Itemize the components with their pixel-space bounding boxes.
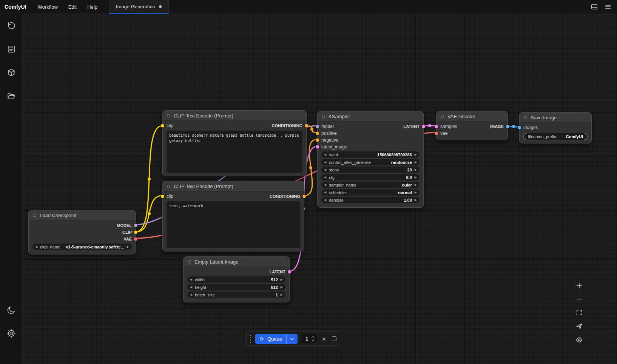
collapse-dot-icon[interactable] xyxy=(188,260,191,264)
menu-edit[interactable]: Edit xyxy=(63,0,82,14)
port-clip-input[interactable] xyxy=(161,195,164,198)
node-clip-text-encode-positive[interactable]: CLIP Text Encode (Prompt) clip CONDITION… xyxy=(162,110,307,176)
prev-arrow-icon[interactable]: ◀ xyxy=(324,161,326,164)
port-negative-input[interactable] xyxy=(316,139,319,142)
widget-width[interactable]: ◀ width 512 ▶ xyxy=(187,276,285,283)
settings-gear-icon[interactable] xyxy=(3,325,19,341)
workflows-folder-icon[interactable] xyxy=(3,88,19,104)
next-arrow-icon[interactable]: ▶ xyxy=(415,161,417,164)
next-arrow-icon[interactable]: ▶ xyxy=(281,278,283,281)
collapse-dot-icon[interactable] xyxy=(441,115,444,118)
node-header[interactable]: CLIP Text Encode (Prompt) xyxy=(163,111,306,121)
node-vae-decode[interactable]: VAE Decode samples IMAGE vae xyxy=(436,111,508,140)
port-positive-input[interactable] xyxy=(316,132,319,135)
widget-sampler-name[interactable]: ◀ sampler_name euler ▶ xyxy=(321,182,420,188)
prompt-textarea[interactable]: text, watermark xyxy=(167,201,300,248)
count-decrement-icon[interactable] xyxy=(311,339,315,342)
collapse-dot-icon[interactable] xyxy=(524,116,527,119)
next-arrow-icon[interactable]: ▶ xyxy=(281,293,283,296)
node-library-icon[interactable] xyxy=(3,41,19,57)
history-icon[interactable] xyxy=(3,18,19,34)
prev-arrow-icon[interactable]: ◀ xyxy=(324,184,326,187)
count-increment-icon[interactable] xyxy=(311,336,315,338)
model-library-icon[interactable] xyxy=(3,65,19,80)
collapse-dot-icon[interactable] xyxy=(33,214,36,217)
node-save-image[interactable]: Save Image images filename_prefix ComfyU… xyxy=(519,112,592,143)
stop-icon[interactable] xyxy=(332,336,336,341)
collapse-dot-icon[interactable] xyxy=(167,185,170,188)
prev-arrow-icon[interactable]: ◀ xyxy=(190,278,192,281)
zoom-in-button[interactable] xyxy=(575,281,584,290)
panel-toggle-icon[interactable] xyxy=(588,2,600,12)
next-arrow-icon[interactable]: ▶ xyxy=(415,176,417,179)
port-images-input[interactable] xyxy=(518,126,521,130)
node-clip-text-encode-negative[interactable]: CLIP Text Encode (Prompt) clip CONDITION… xyxy=(162,181,304,251)
widget-ckpt-name[interactable]: ◀ ckpt_name v1-5-pruned-emaonly.safete..… xyxy=(32,244,132,250)
next-arrow-icon[interactable]: ▶ xyxy=(281,286,283,289)
tab-image-generation[interactable]: Image Generation xyxy=(109,0,169,14)
prev-arrow-icon[interactable]: ◀ xyxy=(324,191,326,194)
select-mode-button[interactable] xyxy=(575,322,584,331)
next-arrow-icon[interactable]: ▶ xyxy=(415,168,417,171)
widget-height[interactable]: ◀ height 512 ▶ xyxy=(187,284,285,290)
port-model-output[interactable] xyxy=(134,224,137,227)
node-empty-latent-image[interactable]: Empty Latent Image LATENT ◀ width 512 ▶ … xyxy=(183,256,290,302)
cancel-run-icon[interactable]: × xyxy=(321,335,327,342)
zoom-out-button[interactable] xyxy=(575,295,584,304)
prev-arrow-icon[interactable]: ◀ xyxy=(35,245,37,248)
node-header[interactable]: VAE Decode xyxy=(437,111,507,122)
prev-arrow-icon[interactable]: ◀ xyxy=(190,286,192,289)
port-model-input[interactable] xyxy=(316,125,319,128)
menu-help[interactable]: Help xyxy=(82,0,103,14)
prev-arrow-icon[interactable]: ◀ xyxy=(324,176,326,179)
port-conditioning-output[interactable] xyxy=(305,124,308,128)
node-graph-canvas[interactable]: Load Checkpoint MODEL CLIP VAE ◀ ckpt_na… xyxy=(23,14,617,364)
menu-workflow[interactable]: Workflow xyxy=(32,0,63,14)
widget-scheduler[interactable]: ◀ scheduler normal ▶ xyxy=(321,189,420,196)
fit-view-button[interactable] xyxy=(575,308,584,317)
prev-arrow-icon[interactable]: ◀ xyxy=(324,153,326,156)
port-vae-output[interactable] xyxy=(134,238,137,241)
node-ksampler[interactable]: KSampler model LATENT positive negative … xyxy=(317,111,424,208)
next-arrow-icon[interactable]: ▶ xyxy=(415,199,417,202)
port-latent-image-input[interactable] xyxy=(316,145,319,149)
node-header[interactable]: KSampler xyxy=(318,111,423,122)
toggle-link-visibility-button[interactable] xyxy=(575,335,584,344)
port-image-output[interactable] xyxy=(506,125,509,128)
prev-arrow-icon[interactable]: ◀ xyxy=(190,293,192,296)
node-header[interactable]: Empty Latent Image xyxy=(184,257,289,267)
next-arrow-icon[interactable]: ▶ xyxy=(415,153,417,156)
drag-handle-icon[interactable] xyxy=(249,335,252,343)
queue-button[interactable]: Queue xyxy=(255,334,298,344)
widget-filename-prefix[interactable]: filename_prefix ComfyUI xyxy=(523,133,588,140)
hamburger-menu-icon[interactable] xyxy=(602,2,614,12)
prompt-textarea[interactable]: beautiful scenery nature glass bottle la… xyxy=(167,131,302,173)
port-vae-input[interactable] xyxy=(435,132,438,135)
batch-count-input[interactable]: 1 xyxy=(301,334,317,344)
widget-batch-size[interactable]: ◀ batch_size 1 ▶ xyxy=(187,292,285,298)
widget-denoise[interactable]: ◀ denoise 1.00 ▶ xyxy=(321,197,420,203)
next-arrow-icon[interactable]: ▶ xyxy=(415,184,417,187)
node-header[interactable]: Load Checkpoint xyxy=(29,210,136,221)
port-conditioning-output[interactable] xyxy=(302,195,306,198)
port-clip-input[interactable] xyxy=(161,124,164,128)
widget-control-after-generate[interactable]: ◀ control_after_generate randomize ▶ xyxy=(321,159,420,165)
collapse-dot-icon[interactable] xyxy=(167,114,170,117)
collapse-dot-icon[interactable] xyxy=(322,115,325,118)
widget-steps[interactable]: ◀ steps 20 ▶ xyxy=(321,167,420,173)
port-clip-output[interactable] xyxy=(134,231,137,234)
port-latent-output[interactable] xyxy=(288,270,291,274)
next-arrow-icon[interactable]: ▶ xyxy=(127,245,129,248)
node-header[interactable]: CLIP Text Encode (Prompt) xyxy=(163,181,304,191)
prev-arrow-icon[interactable]: ◀ xyxy=(324,168,326,171)
next-arrow-icon[interactable]: ▶ xyxy=(415,191,417,194)
prev-arrow-icon[interactable]: ◀ xyxy=(324,199,326,202)
widget-cfg[interactable]: ◀ cfg 8.0 ▶ xyxy=(321,174,420,180)
port-latent-output[interactable] xyxy=(422,125,425,128)
node-header[interactable]: Save Image xyxy=(520,113,591,123)
port-samples-input[interactable] xyxy=(435,125,438,128)
widget-seed[interactable]: ◀ seed 156680208700286 ▶ xyxy=(321,151,420,158)
theme-moon-icon[interactable] xyxy=(3,302,19,318)
node-load-checkpoint[interactable]: Load Checkpoint MODEL CLIP VAE ◀ ckpt_na… xyxy=(28,210,136,254)
queue-options-chevron-icon[interactable] xyxy=(286,334,298,344)
